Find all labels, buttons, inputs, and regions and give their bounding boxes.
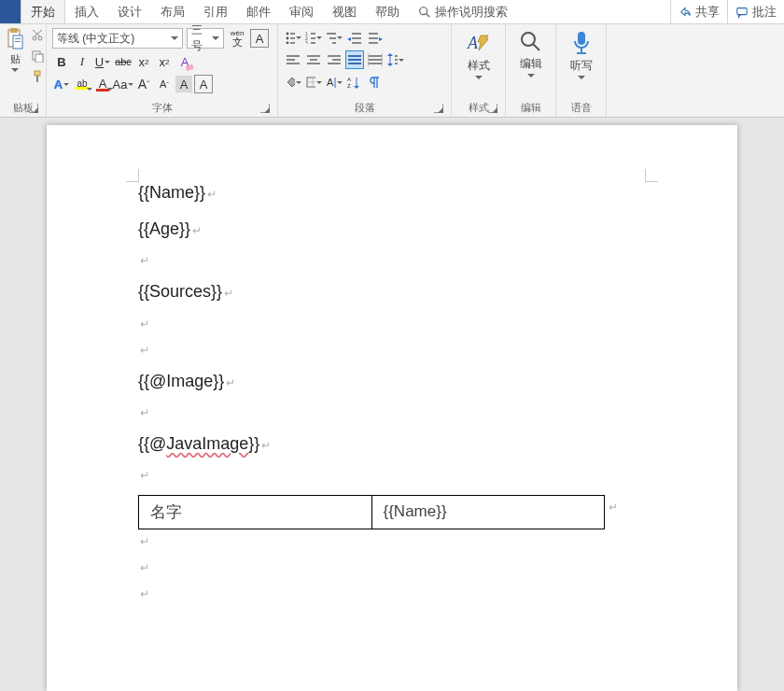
dialog-launcher-icon[interactable] bbox=[29, 104, 38, 113]
highlight-button[interactable]: ab bbox=[73, 75, 91, 93]
align-justify-button[interactable] bbox=[345, 50, 364, 69]
file-tab[interactable] bbox=[0, 0, 21, 23]
dialog-launcher-icon[interactable] bbox=[434, 104, 443, 113]
editing-button[interactable]: 编辑 bbox=[515, 28, 547, 99]
dialog-launcher-icon[interactable] bbox=[260, 104, 270, 113]
document-line[interactable]: {{@Image}}↵ bbox=[138, 370, 646, 393]
margin-guide-icon bbox=[126, 169, 139, 182]
tab-design[interactable]: 设计 bbox=[108, 0, 151, 23]
ribbon: 贴 贴板 等线 (中文正文) bbox=[0, 24, 784, 118]
group-label-styles: 样式 bbox=[457, 99, 499, 117]
phonetic-guide-button[interactable]: wén 文 bbox=[228, 29, 246, 48]
cut-button[interactable] bbox=[30, 28, 45, 43]
tell-me-search[interactable]: 操作说明搜索 bbox=[409, 0, 517, 23]
paragraph-mark-icon: ↵ bbox=[140, 561, 646, 574]
underline-button[interactable]: U bbox=[93, 52, 112, 71]
document-line[interactable]: {{Name}}↵ bbox=[138, 181, 646, 204]
line-spacing-icon bbox=[387, 53, 398, 66]
superscript-button[interactable]: x2 bbox=[155, 52, 174, 71]
svg-line-1 bbox=[427, 13, 430, 17]
comments-button[interactable]: 批注 bbox=[727, 0, 784, 23]
svg-text:A: A bbox=[347, 77, 351, 82]
sort-button[interactable]: AZ bbox=[345, 73, 364, 92]
font-color-button[interactable]: A bbox=[93, 75, 112, 93]
chevron-down-icon bbox=[171, 36, 178, 40]
align-center-icon bbox=[306, 53, 321, 66]
document-line[interactable]: {{Sources}}↵ bbox=[138, 280, 646, 303]
document-table[interactable]: 名字 {{Name}} bbox=[138, 495, 605, 529]
chevron-down-icon bbox=[527, 74, 535, 78]
tab-help[interactable]: 帮助 bbox=[366, 0, 409, 23]
dialog-launcher-icon[interactable] bbox=[488, 104, 497, 113]
svg-rect-14 bbox=[35, 71, 40, 76]
document-canvas[interactable]: {{Name}}↵ {{Age}}↵ ↵ {{Sources}}↵ ↵ ↵ {{… bbox=[0, 118, 784, 691]
copy-button[interactable] bbox=[30, 49, 45, 63]
svg-text:Z: Z bbox=[347, 83, 351, 89]
paste-button[interactable]: 贴 bbox=[6, 28, 24, 72]
table-cell[interactable]: 名字 bbox=[139, 495, 372, 529]
char-border-button[interactable]: A bbox=[250, 29, 269, 48]
document-page[interactable]: {{Name}}↵ {{Age}}↵ ↵ {{Sources}}↵ ↵ ↵ {{… bbox=[47, 125, 737, 691]
group-label-clipboard: 贴板 bbox=[6, 99, 40, 117]
clear-formatting-button[interactable]: A bbox=[175, 52, 194, 71]
table-row[interactable]: 名字 {{Name}} bbox=[139, 495, 605, 529]
chevron-down-icon bbox=[11, 68, 19, 72]
bullets-button[interactable] bbox=[284, 28, 302, 47]
svg-rect-29 bbox=[327, 33, 336, 35]
subscript-button[interactable]: x2 bbox=[134, 52, 153, 71]
svg-text:3: 3 bbox=[305, 40, 308, 44]
paste-label: 贴 bbox=[10, 52, 21, 66]
group-label-editing: 编辑 bbox=[511, 99, 550, 117]
chevron-down-icon bbox=[316, 81, 322, 84]
svg-marker-35 bbox=[347, 37, 351, 41]
styles-button[interactable]: A 样式 bbox=[462, 28, 496, 99]
svg-rect-62 bbox=[395, 63, 398, 64]
svg-rect-33 bbox=[352, 37, 361, 39]
italic-button[interactable]: I bbox=[73, 52, 91, 71]
svg-rect-46 bbox=[328, 55, 341, 57]
chevron-down-icon bbox=[578, 76, 585, 79]
align-center-button[interactable] bbox=[304, 50, 323, 69]
document-line[interactable]: {{@JavaImage}}↵ bbox=[138, 432, 646, 456]
align-distributed-button[interactable] bbox=[366, 50, 385, 69]
numbering-button[interactable]: 123 bbox=[304, 28, 323, 47]
strikethrough-button[interactable]: abc bbox=[114, 52, 133, 71]
font-size-combo[interactable]: 三号 bbox=[187, 28, 224, 49]
shrink-font-button[interactable]: Aˇ bbox=[155, 75, 174, 93]
grow-font-button[interactable]: Aˇ bbox=[134, 75, 153, 93]
char-shading-button[interactable]: A bbox=[175, 76, 192, 92]
document-line[interactable]: {{Age}}↵ bbox=[138, 218, 646, 241]
bold-button[interactable]: B bbox=[52, 52, 71, 71]
align-right-button[interactable] bbox=[325, 50, 343, 69]
svg-rect-50 bbox=[348, 59, 361, 61]
align-right-icon bbox=[327, 53, 342, 66]
tab-mail[interactable]: 邮件 bbox=[237, 0, 280, 23]
share-button[interactable]: 共享 bbox=[670, 0, 727, 23]
tab-review[interactable]: 审阅 bbox=[280, 0, 323, 23]
editing-label: 编辑 bbox=[520, 56, 542, 72]
increase-indent-button[interactable] bbox=[366, 28, 385, 47]
tab-home[interactable]: 开始 bbox=[21, 0, 65, 23]
decrease-indent-button[interactable] bbox=[345, 28, 364, 47]
asian-layout-button[interactable]: A bbox=[325, 73, 343, 92]
format-painter-button[interactable] bbox=[30, 69, 45, 84]
tab-view[interactable]: 视图 bbox=[323, 0, 366, 23]
table-cell[interactable]: {{Name}} bbox=[371, 495, 605, 529]
dictate-button[interactable]: 听写 bbox=[567, 28, 596, 99]
borders-button[interactable] bbox=[304, 73, 323, 92]
show-marks-button[interactable] bbox=[366, 73, 385, 92]
align-distributed-icon bbox=[368, 53, 383, 66]
line-spacing-button[interactable] bbox=[386, 50, 405, 69]
tab-references[interactable]: 引用 bbox=[194, 0, 237, 23]
align-left-button[interactable] bbox=[284, 50, 302, 69]
shading-button[interactable] bbox=[284, 73, 302, 92]
text-effects-button[interactable]: A bbox=[52, 75, 71, 93]
enclose-chars-button[interactable]: A bbox=[194, 75, 213, 93]
chevron-down-icon bbox=[63, 83, 69, 86]
tab-layout[interactable]: 布局 bbox=[151, 0, 194, 23]
change-case-button[interactable]: Aa bbox=[114, 75, 133, 93]
font-name-combo[interactable]: 等线 (中文正文) bbox=[52, 28, 183, 49]
styles-icon: A bbox=[466, 30, 492, 56]
multilevel-list-button[interactable] bbox=[325, 28, 343, 47]
tab-insert[interactable]: 插入 bbox=[65, 0, 108, 23]
